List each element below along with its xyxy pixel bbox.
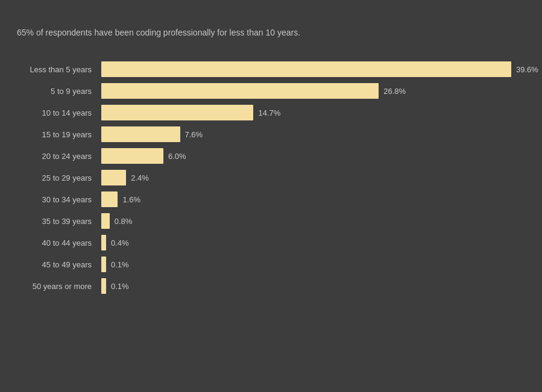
row-label: 40 to 44 years xyxy=(17,238,101,247)
bar-area: 2.4% xyxy=(101,170,525,185)
bar-value: 0.1% xyxy=(111,260,129,269)
table-row: 20 to 24 years6.0% xyxy=(17,145,525,167)
bar-value: 0.1% xyxy=(111,282,129,291)
table-row: 15 to 19 years7.6% xyxy=(17,123,525,145)
bar-area: 0.8% xyxy=(101,213,525,229)
bar-value: 0.4% xyxy=(111,238,129,247)
bar-value: 0.8% xyxy=(115,217,133,226)
bar xyxy=(101,213,110,229)
row-label: 10 to 14 years xyxy=(17,108,101,117)
bar-area: 7.6% xyxy=(101,126,525,142)
bar-area: 26.8% xyxy=(101,83,525,99)
table-row: 5 to 9 years26.8% xyxy=(17,80,525,102)
bar-area: 0.1% xyxy=(101,278,525,294)
bar-value: 14.7% xyxy=(258,108,280,117)
row-label: 45 to 49 years xyxy=(17,260,101,269)
row-label: 20 to 24 years xyxy=(17,152,101,161)
bar-area: 0.1% xyxy=(101,257,525,272)
bar xyxy=(101,105,253,120)
bar xyxy=(101,126,180,142)
bar-area: 14.7% xyxy=(101,105,525,120)
bar-area: 39.6% xyxy=(101,61,538,77)
bar xyxy=(101,61,511,77)
table-row: 50 years or more0.1% xyxy=(17,275,525,297)
subtitle-text: 65% of respondents have been coding prof… xyxy=(17,26,525,39)
bar-area: 0.4% xyxy=(101,235,525,250)
row-label: 50 years or more xyxy=(17,282,101,291)
row-label: Less than 5 years xyxy=(17,65,101,74)
bar xyxy=(101,278,106,294)
bar-value: 39.6% xyxy=(516,65,538,74)
table-row: 10 to 14 years14.7% xyxy=(17,102,525,123)
bar-value: 6.0% xyxy=(168,152,186,161)
row-label: 35 to 39 years xyxy=(17,217,101,226)
bar xyxy=(101,235,106,250)
page-header xyxy=(17,14,525,17)
bar-area: 1.6% xyxy=(101,191,525,207)
bar-value: 7.6% xyxy=(185,130,203,139)
bar xyxy=(101,191,118,207)
bar-value: 1.6% xyxy=(122,195,140,204)
table-row: 40 to 44 years0.4% xyxy=(17,232,525,254)
bar-area: 6.0% xyxy=(101,148,525,164)
row-label: 30 to 34 years xyxy=(17,195,101,204)
bar xyxy=(101,170,126,185)
bar-value: 26.8% xyxy=(383,87,406,96)
bar-value: 2.4% xyxy=(131,173,149,182)
row-label: 15 to 19 years xyxy=(17,130,101,139)
table-row: 25 to 29 years2.4% xyxy=(17,167,525,188)
bar xyxy=(101,83,379,99)
table-row: 45 to 49 years0.1% xyxy=(17,254,525,275)
row-label: 25 to 29 years xyxy=(17,173,101,182)
bar xyxy=(101,257,106,272)
table-row: 30 to 34 years1.6% xyxy=(17,188,525,210)
table-row: 35 to 39 years0.8% xyxy=(17,210,525,232)
table-row: Less than 5 years39.6% xyxy=(17,58,525,80)
row-label: 5 to 9 years xyxy=(17,87,101,96)
bar-chart: Less than 5 years39.6%5 to 9 years26.8%1… xyxy=(17,58,525,297)
bar xyxy=(101,148,163,164)
